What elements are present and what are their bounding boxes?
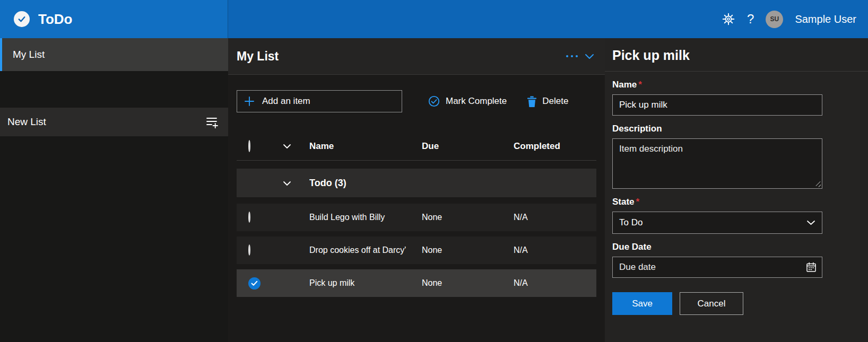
row-name: Drop cookies off at Darcy' xyxy=(309,245,422,255)
new-list-label: New List xyxy=(7,116,46,128)
app-title: ToDo xyxy=(38,11,73,28)
sidebar-new-list[interactable]: New List xyxy=(0,108,228,136)
row-check-cell xyxy=(237,245,261,255)
list-panel: My List Add an item Ma xyxy=(228,38,605,342)
group-header-row[interactable]: Todo (3) xyxy=(237,169,596,197)
chevron-down-icon[interactable] xyxy=(283,144,291,149)
check-circle-icon xyxy=(428,95,440,108)
row-due: None xyxy=(422,213,514,222)
save-button[interactable]: Save xyxy=(612,292,672,315)
description-label: Description xyxy=(612,124,860,134)
state-value: To Do xyxy=(619,217,643,228)
required-asterisk: * xyxy=(636,197,640,207)
description-wrap xyxy=(612,138,822,189)
select-all-cell xyxy=(237,141,261,152)
header-chevron-cell xyxy=(261,141,309,152)
add-item-button[interactable]: Add an item xyxy=(237,90,402,112)
user-name: Sample User xyxy=(795,13,856,25)
mark-complete-label: Mark Complete xyxy=(446,96,507,107)
due-date-wrap xyxy=(612,257,822,278)
sidebar: My List New List xyxy=(0,38,228,342)
column-header-due: Due xyxy=(422,141,514,152)
row-checkbox[interactable] xyxy=(248,244,250,256)
app-logo-check-icon xyxy=(14,11,30,27)
row-due: None xyxy=(422,278,514,288)
help-icon[interactable]: ? xyxy=(747,12,754,27)
row-checkbox-checked[interactable] xyxy=(248,277,261,290)
detail-panel: Pick up milk Name* Description State* To… xyxy=(605,38,868,342)
row-completed: N/A xyxy=(514,278,596,288)
name-field[interactable] xyxy=(612,94,822,116)
group-chevron-cell xyxy=(261,178,309,189)
table-row[interactable]: Build Lego with Billy None N/A xyxy=(237,204,596,231)
row-due: None xyxy=(422,245,514,255)
row-name: Pick up milk xyxy=(309,278,422,288)
row-check-cell xyxy=(237,277,261,290)
group-label: Todo (3) xyxy=(309,178,422,189)
due-date-field[interactable] xyxy=(612,257,822,278)
form-buttons: Save Cancel xyxy=(612,292,860,315)
topbar-brand: ToDo xyxy=(0,0,228,38)
plus-icon xyxy=(244,96,255,107)
add-list-icon[interactable] xyxy=(205,115,219,129)
topbar: ToDo ? SU Sample User xyxy=(0,0,868,38)
list-header-actions xyxy=(566,54,594,59)
row-checkbox[interactable] xyxy=(248,212,250,223)
state-dropdown[interactable]: To Do xyxy=(612,212,822,234)
add-item-label: Add an item xyxy=(262,96,310,107)
table-row[interactable]: Drop cookies off at Darcy' None N/A xyxy=(237,236,596,264)
state-label-text: State xyxy=(612,197,635,207)
delete-label: Delete xyxy=(542,96,568,107)
mark-complete-button[interactable]: Mark Complete xyxy=(428,95,507,108)
chevron-down-icon[interactable] xyxy=(283,181,291,186)
items-table: Name Due Completed Todo (3) Build Lego w… xyxy=(237,133,596,302)
cancel-button[interactable]: Cancel xyxy=(680,292,743,315)
list-title: My List xyxy=(237,49,279,64)
sidebar-item-label: My List xyxy=(13,49,45,60)
list-toolbar: Add an item Mark Complete Delete xyxy=(228,75,605,112)
table-row-selected[interactable]: Pick up milk None N/A xyxy=(237,269,596,297)
column-header-name: Name xyxy=(309,141,422,152)
delete-button[interactable]: Delete xyxy=(527,96,568,107)
settings-gear-icon[interactable] xyxy=(722,12,735,26)
name-label: Name* xyxy=(612,80,860,90)
due-date-label: Due Date xyxy=(612,242,860,252)
row-completed: N/A xyxy=(514,245,596,255)
main-area: My List New List My List xyxy=(0,38,868,342)
row-completed: N/A xyxy=(514,213,596,222)
required-asterisk: * xyxy=(638,80,642,90)
sidebar-item-my-list[interactable]: My List xyxy=(0,38,228,71)
avatar[interactable]: SU xyxy=(766,11,783,28)
name-label-text: Name xyxy=(612,80,637,90)
detail-form: Name* Description State* To Do Due Date xyxy=(605,80,868,315)
row-check-cell xyxy=(237,213,261,222)
select-all-checkbox[interactable] xyxy=(248,140,250,152)
more-options-icon[interactable] xyxy=(566,55,578,58)
collapse-chevron-icon[interactable] xyxy=(585,54,594,59)
chevron-down-icon xyxy=(806,220,815,225)
list-header: My List xyxy=(228,38,605,75)
table-header-row: Name Due Completed xyxy=(237,133,596,161)
state-label: State* xyxy=(612,197,860,207)
column-header-completed: Completed xyxy=(514,141,596,152)
detail-title: Pick up milk xyxy=(605,38,868,72)
trash-icon xyxy=(527,96,537,107)
description-field[interactable] xyxy=(612,138,822,189)
topbar-actions: ? SU Sample User xyxy=(228,0,868,38)
row-name: Build Lego with Billy xyxy=(309,213,422,222)
